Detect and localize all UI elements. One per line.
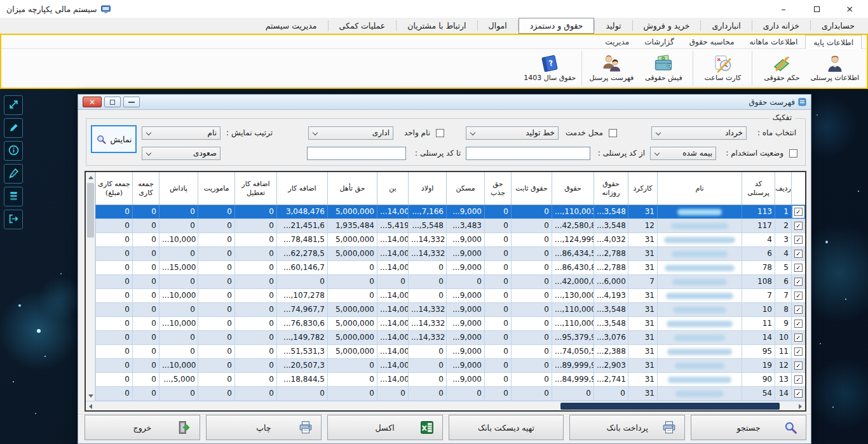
show-button[interactable]: نمایش [91, 125, 137, 153]
sidebar-tool-info[interactable] [4, 141, 23, 161]
sort-select[interactable]: نام [142, 126, 220, 140]
column-header-16[interactable]: جمعه کاری [132, 172, 159, 205]
row-checkbox-cell[interactable]: ✓ [791, 373, 805, 386]
menu-item-3[interactable]: خرید و فروش [633, 18, 701, 34]
checkbox-checked-icon[interactable]: ✓ [794, 306, 803, 314]
sidebar-tool-pages[interactable] [4, 187, 23, 206]
horizontal-scrollbar[interactable] [86, 401, 805, 410]
table-row-10[interactable]: ✓101431...3,076...95,379,900...9,000...1… [95, 331, 805, 345]
column-header-12[interactable]: اضافه کار [276, 172, 327, 205]
ribbon-action-2[interactable]: کارت ساعت [696, 49, 749, 87]
checkbox-checked-icon[interactable]: ✓ [794, 208, 803, 216]
table-row-13[interactable]: ✓139031...2,741...84,999,900...9,0000...… [95, 373, 805, 387]
ribbon-action-5[interactable]: ?حقوق سال 1403 [521, 49, 578, 87]
ribbon-action-0[interactable]: اطلاعات پرسنلی [808, 49, 862, 87]
row-checkbox-cell[interactable]: ✓ [791, 275, 805, 288]
window-titlebar[interactable]: ✕ فهرست حقوق [78, 95, 811, 110]
column-header-2[interactable]: نام [657, 172, 742, 205]
ribbon-action-4[interactable]: فهرست پرسنل [585, 49, 637, 87]
column-header-8[interactable]: مسکن [446, 172, 484, 205]
checkbox-checked-icon[interactable]: ✓ [794, 361, 803, 370]
menu-item-6[interactable]: اموال [478, 18, 518, 34]
checkbox-checked-icon[interactable]: ✓ [794, 236, 803, 244]
checkbox-checked-icon[interactable]: ✓ [794, 264, 803, 272]
table-row-6[interactable]: ✓61087...6,000...42,000,0000000000000 [95, 275, 805, 289]
checkbox-checked-icon[interactable]: ✓ [794, 333, 803, 342]
column-header-4[interactable]: حقوق روزانه [593, 172, 628, 205]
checkbox-checked-icon[interactable]: ✓ [794, 389, 803, 398]
unit-select[interactable]: اداری [308, 126, 393, 140]
table-row-9[interactable]: ✓91131...3,548...,110,00000...9,000...14… [95, 317, 805, 331]
column-header-6[interactable]: حقوق ثابت [511, 172, 552, 205]
row-checkbox-cell[interactable]: ✓ [791, 261, 805, 274]
service-place-checkbox[interactable] [609, 129, 617, 137]
column-header-17[interactable]: جمعه کاری (مبلغ) [95, 172, 132, 205]
table-row-8[interactable]: ✓81031...3,548...,110,00000...9,000...14… [95, 303, 805, 317]
ribbon-tab-3[interactable]: گزارشات [637, 35, 681, 48]
checkbox-checked-icon[interactable]: ✓ [794, 320, 803, 328]
column-header-7[interactable]: حق جذب [484, 172, 511, 205]
row-checkbox-cell[interactable]: ✓ [791, 205, 805, 219]
horizontal-scroll-thumb[interactable] [560, 403, 780, 410]
checkbox-checked-icon[interactable]: ✓ [794, 375, 803, 384]
row-checkbox-cell[interactable]: ✓ [791, 247, 805, 260]
employment-checkbox[interactable] [789, 149, 797, 158]
window-minimize-icon[interactable] [123, 97, 140, 107]
table-row-1[interactable]: ✓111331...3,548...,110,00300...9,000...,… [95, 205, 805, 219]
sort-direction-select[interactable]: صعودی [142, 147, 220, 160]
row-checkbox-cell[interactable]: ✓ [791, 233, 805, 246]
ribbon-tab-0[interactable]: اطلاعات پایه [805, 35, 862, 49]
checkbox-checked-icon[interactable]: ✓ [794, 250, 803, 258]
sidebar-tool-expand[interactable] [4, 95, 23, 115]
row-checkbox-cell[interactable]: ✓ [791, 345, 805, 358]
footer-button-1[interactable]: پرداخت بانک [569, 415, 685, 440]
ribbon-tab-2[interactable]: محاسبه حقوق [682, 35, 742, 48]
checkbox-checked-icon[interactable]: ✓ [794, 222, 803, 230]
column-header-3[interactable]: کارکرد [628, 172, 657, 205]
table-row-7[interactable]: ✓7731...4,193...,130,00000...9,0000...14… [95, 289, 805, 303]
column-header-1[interactable]: کد پرسنلی [742, 172, 775, 205]
ribbon-action-1[interactable]: حکم حقوقی [756, 49, 808, 87]
column-header-10[interactable]: بن [377, 172, 408, 205]
minimize-button[interactable]: – [776, 3, 790, 15]
footer-button-5[interactable]: خروج [85, 415, 200, 440]
restore-button[interactable] [810, 3, 824, 15]
footer-button-4[interactable]: چاپ [206, 415, 322, 440]
to-code-input[interactable] [307, 147, 406, 160]
menu-item-2[interactable]: انبارداری [701, 18, 751, 34]
sidebar-tool-pen[interactable] [4, 164, 23, 184]
row-checkbox-cell[interactable]: ✓ [791, 331, 805, 344]
menu-item-5[interactable]: حقوق و دستمزد [519, 18, 595, 34]
column-header-15[interactable]: پاداش [159, 172, 198, 205]
sidebar-tool-exit[interactable] [4, 210, 23, 229]
vertical-scrollbar[interactable] [86, 172, 95, 401]
column-header-5[interactable]: حقوق [552, 172, 593, 205]
from-code-input[interactable] [466, 147, 590, 160]
scroll-left-icon[interactable] [86, 401, 95, 411]
column-header-0[interactable]: ردیف [775, 172, 791, 205]
checkbox-checked-icon[interactable]: ✓ [794, 278, 803, 286]
column-header-9[interactable]: اولاد [408, 172, 446, 205]
table-row-5[interactable]: ✓57831...2,788...86,430,800...9,0000...1… [95, 261, 805, 275]
service-place-select[interactable]: خط تولید [466, 126, 559, 140]
menu-item-1[interactable]: خزانه داری [752, 18, 810, 34]
scroll-right-icon[interactable] [796, 401, 805, 411]
menu-item-8[interactable]: عملیات کمکی [329, 18, 397, 34]
table-row-2[interactable]: ✓211712...3,548...42,580,800...3,483...,… [95, 219, 805, 233]
ribbon-tab-1[interactable]: اطلاعات ماهانه [742, 35, 805, 48]
footer-button-3[interactable]: اکسلX [327, 415, 443, 440]
row-checkbox-cell[interactable]: ✓ [791, 219, 805, 232]
row-checkbox-cell[interactable]: ✓ [791, 317, 805, 330]
scroll-up-icon[interactable] [86, 172, 95, 182]
select-all-header[interactable] [791, 172, 805, 205]
checkbox-checked-icon[interactable]: ✓ [794, 347, 803, 356]
column-header-11[interactable]: حق تأهل [327, 172, 377, 205]
table-row-11[interactable]: ✓119531...2,388...74,050,500...9,0000...… [95, 345, 805, 359]
sidebar-tool-pencil[interactable] [4, 118, 23, 138]
window-restore-icon[interactable] [104, 97, 121, 107]
footer-button-2[interactable]: تهیه دیسکت بانک [449, 415, 564, 440]
window-close-icon[interactable]: ✕ [83, 97, 102, 107]
row-checkbox-cell[interactable]: ✓ [791, 289, 805, 302]
row-checkbox-cell[interactable]: ✓ [791, 303, 805, 316]
table-row-3[interactable]: ✓3431...4,032...,124,99900...9,000...14,… [95, 233, 805, 247]
